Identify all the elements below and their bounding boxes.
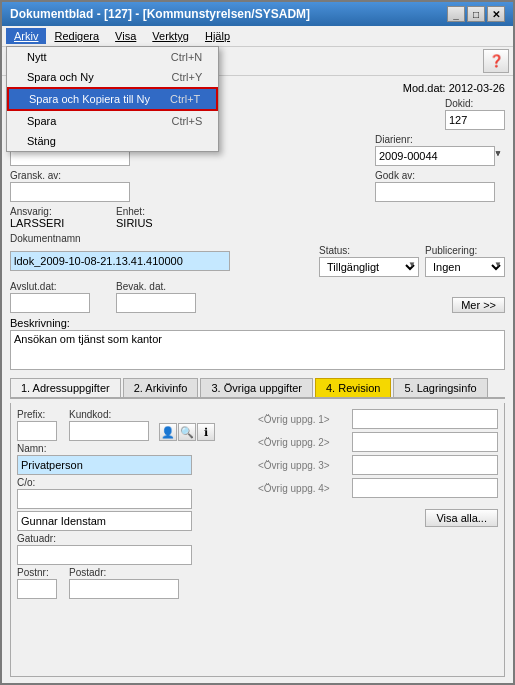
menu-redigera[interactable]: Redigera [46, 28, 107, 44]
beskrivning-textarea[interactable]: Ansökan om tjänst som kantor [10, 330, 505, 370]
tab-adressuppgifter[interactable]: 1. Adressuppgifter [10, 378, 121, 397]
postadr-label: Postadr: [69, 567, 179, 578]
status-wrapper: Tillgängligt [319, 257, 419, 277]
minimize-button[interactable]: _ [447, 6, 465, 22]
ovrig1-group: <Övrig uppg. 1> [258, 409, 498, 429]
dokid-label: Dokid: [445, 98, 505, 109]
ansvarig-group: Ansvarig: LARSSERI [10, 206, 110, 229]
tab-arkivinfo[interactable]: 2. Arkivinfo [123, 378, 199, 397]
window-title: Dokumentblad - [127] - [Kommunstyrelsen/… [10, 7, 310, 21]
publicering-select[interactable]: Ingen [425, 257, 505, 277]
dokid-group: Dokid: [445, 98, 505, 130]
ansvarig-enhet-row: Ansvarig: LARSSERI Enhet: SIRIUS [10, 206, 505, 229]
avslut-bevak-row: Avslut.dat: Bevak. dat. Mer >> [10, 281, 505, 313]
menu-arkiv[interactable]: Arkiv [6, 28, 46, 44]
prefix-group: Prefix: [17, 409, 57, 441]
doknamn-input[interactable] [10, 251, 230, 271]
enhet-value: SIRIUS [116, 217, 216, 229]
menu-verktyg[interactable]: Verktyg [144, 28, 197, 44]
publicering-group: Publicering: Ingen [425, 245, 505, 277]
arkiv-dropdown: Nytt Ctrl+N Spara och Ny Ctrl+Y Spara oc… [6, 46, 219, 152]
ansvarig-label: Ansvarig: [10, 206, 110, 217]
ovrig1-input[interactable] [352, 409, 498, 429]
avslut-input[interactable] [10, 293, 90, 313]
kundkod-group: Kundkod: [69, 409, 149, 441]
tab-lagringsinfo[interactable]: 5. Lagringsinfo [393, 378, 487, 397]
menu-spara-kopiera-ny[interactable]: Spara och Kopiera till Ny Ctrl+T [7, 87, 218, 111]
status-group: Status: Tillgängligt [319, 245, 419, 277]
ovrig3-label: <Övrig uppg. 3> [258, 460, 348, 471]
prefix-label: Prefix: [17, 409, 57, 420]
co-name-input[interactable] [17, 511, 192, 531]
bevak-input[interactable] [116, 293, 196, 313]
enhet-label: Enhet: [116, 206, 216, 217]
diarienr-input[interactable] [375, 146, 495, 166]
gransk-group: Gransk. av: [10, 170, 349, 202]
postadr-input[interactable] [69, 579, 179, 599]
avslut-label: Avslut.dat: [10, 281, 90, 292]
namn-input[interactable] [17, 455, 192, 475]
dokid-input[interactable] [445, 110, 505, 130]
maximize-button[interactable]: □ [467, 6, 485, 22]
postadr-group: Postadr: [69, 567, 179, 599]
doknamn-label: Dokumentnamn [10, 233, 505, 244]
co-group: C/o: [17, 477, 250, 509]
info-icon[interactable]: ℹ [197, 423, 215, 441]
visa-alla-button[interactable]: Visa alla... [425, 509, 498, 527]
menu-visa[interactable]: Visa [107, 28, 144, 44]
right-tab-col: <Övrig uppg. 1> <Övrig uppg. 2> <Övrig u… [258, 409, 498, 599]
bevak-group: Bevak. dat. [116, 281, 196, 313]
document-content: 2009-10-08 Mod.dat: 2012-03-26 Dok.typ: … [2, 76, 513, 683]
search-person-icon[interactable]: 👤 [159, 423, 177, 441]
menu-spara-ny[interactable]: Spara och Ny Ctrl+Y [7, 67, 218, 87]
ansvarig-value: LARSSERI [10, 217, 110, 229]
doknamn-group: Dokumentnamn Status: Tillgängligt Public… [10, 233, 505, 277]
postnr-postadr-row: Postnr: Postadr: [17, 567, 250, 599]
prefix-kundkod-row: Prefix: Kundkod: 👤 🔍 ℹ [17, 409, 250, 441]
godk-input[interactable] [375, 182, 495, 202]
ovrig2-input[interactable] [352, 432, 498, 452]
left-tab-col: Prefix: Kundkod: 👤 🔍 ℹ [17, 409, 250, 599]
gatuadr-label: Gatuadr: [17, 533, 250, 544]
menu-stang[interactable]: Stäng [7, 131, 218, 151]
status-select[interactable]: Tillgängligt [319, 257, 419, 277]
tab-revision[interactable]: 4. Revision [315, 378, 391, 397]
menu-nytt[interactable]: Nytt Ctrl+N [7, 47, 218, 67]
prefix-input[interactable] [17, 421, 57, 441]
ovrig1-label: <Övrig uppg. 1> [258, 414, 348, 425]
close-button[interactable]: ✕ [487, 6, 505, 22]
co-input[interactable] [17, 489, 192, 509]
menu-bar: Arkiv Redigera Visa Verktyg Hjälp [2, 26, 513, 47]
status-label: Status: [319, 245, 419, 256]
help-button[interactable]: ❓ [483, 49, 509, 73]
publicering-label: Publicering: [425, 245, 505, 256]
gransk-input[interactable] [10, 182, 130, 202]
gatuadr-group: Gatuadr: [17, 533, 250, 565]
title-bar: Dokumentblad - [127] - [Kommunstyrelsen/… [2, 2, 513, 26]
namn-label: Namn: [17, 443, 250, 454]
ovrig2-label: <Övrig uppg. 2> [258, 437, 348, 448]
kundkod-input[interactable] [69, 421, 149, 441]
menu-spara[interactable]: Spara Ctrl+S [7, 111, 218, 131]
ovrig3-input[interactable] [352, 455, 498, 475]
postnr-group: Postnr: [17, 567, 57, 599]
gransk-label: Gransk. av: [10, 170, 349, 181]
bevak-label: Bevak. dat. [116, 281, 196, 292]
tab-ovriga[interactable]: 3. Övriga uppgifter [200, 378, 313, 397]
ovrig4-input[interactable] [352, 478, 498, 498]
tab-bar: 1. Adressuppgifter 2. Arkivinfo 3. Övrig… [10, 378, 505, 399]
diarienr-label: Diarienr: [375, 134, 505, 145]
tab-adressuppgifter-content: Prefix: Kundkod: 👤 🔍 ℹ [10, 403, 505, 677]
publicering-wrapper: Ingen [425, 257, 505, 277]
co-name-group [17, 511, 250, 531]
mer-button[interactable]: Mer >> [452, 297, 505, 313]
menu-hjalp[interactable]: Hjälp [197, 28, 238, 44]
diarienr-wrapper: ▼ [375, 146, 505, 166]
gatuadr-input[interactable] [17, 545, 192, 565]
search-db-icon[interactable]: 🔍 [178, 423, 196, 441]
ovrig3-group: <Övrig uppg. 3> [258, 455, 498, 475]
beskrivning-group: Beskrivning: Ansökan om tjänst som kanto… [10, 317, 505, 370]
mini-toolbar: 👤 🔍 ℹ [159, 423, 215, 441]
ovrig2-group: <Övrig uppg. 2> [258, 432, 498, 452]
postnr-input[interactable] [17, 579, 57, 599]
